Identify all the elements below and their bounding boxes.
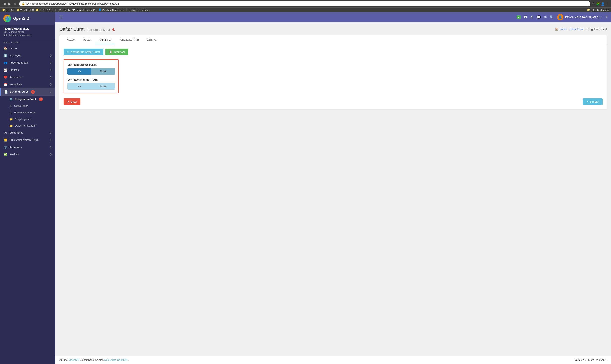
bookmark-clockify[interactable]: ⏱ Clockify — [59, 9, 70, 11]
bookmark-other[interactable]: 📁 Other Bookmarks — [587, 9, 609, 11]
verif-juru-tulis: Verifikasi JURU TULIS Ya Tidak — [67, 63, 115, 75]
submenu-item-label: Cetak Surat — [14, 104, 27, 107]
verif-juru-tulis-toggle: Ya Tidak — [67, 68, 115, 75]
sidebar-item-kehadiran[interactable]: 📅 Kehadiran ❯ — [0, 81, 55, 88]
search-icon[interactable]: 🔍 — [549, 15, 554, 19]
cancel-button[interactable]: ✕ Batal — [64, 98, 80, 105]
extensions-icon[interactable]: 🧩 — [596, 2, 600, 5]
speech-icon[interactable]: 💬 — [536, 15, 541, 19]
sidebar-brand: 🌀 OpenSID — [0, 12, 55, 25]
org-line1: Kec. Gunung Agung — [3, 30, 52, 34]
profile-icon[interactable]: 👤 — [601, 2, 605, 5]
badge-1: 1 — [31, 90, 35, 94]
verif-kepalo-tiyuh-ya[interactable]: Ya — [67, 83, 91, 90]
sidebar-item-analisis[interactable]: ✅ Analisis ❯ — [0, 151, 55, 158]
bookmark-test-plan[interactable]: 📁 TEST PLAN — [36, 9, 52, 11]
clock-icon: ⏱ — [59, 9, 61, 11]
verif-juru-tulis-tidak[interactable]: Tidak — [91, 68, 115, 75]
folder-icon: 📁 — [9, 118, 13, 121]
verif-juru-tulis-label: Verifikasi JURU TULIS — [67, 63, 115, 66]
sidebar-item-home[interactable]: 🏠 Home — [0, 45, 55, 52]
action-row: ↩ Kembali ke Daftar Surat 📋 Informasi — [64, 49, 602, 55]
info-circle-icon: 📋 — [109, 50, 112, 53]
bookmark-panduan[interactable]: 📘 Panduan OpenDesa — [98, 9, 123, 11]
nav-refresh-button[interactable]: ↻ — [13, 2, 17, 6]
verif-kepalo-tiyuh-tidak[interactable]: Tidak — [91, 83, 115, 90]
submenu-item-permohonan-surat[interactable]: 🖨 Permohonan Surat — [0, 109, 55, 116]
topbar-icons: ■ 🏛 🖨 💬 ✉ 🔍 — [517, 15, 554, 19]
chevron-right-icon: ❯ — [50, 83, 52, 86]
sidebar-item-kesehatan[interactable]: ❤️ Kesehatan ❯ — [0, 74, 55, 81]
topbar: ☰ ■ 🏛 🖨 💬 ✉ 🔍 👤 ERWIN ARIS BACHTIAR,S.H.… — [55, 12, 611, 22]
nav-back-button[interactable]: ◀ — [2, 2, 7, 6]
verif-kepalo-tiyuh-label: Verifikasi Kepalo Tiyuh — [67, 78, 115, 81]
submenu-item-arsip-layanan[interactable]: 📁 Arsip Layanan — [0, 116, 55, 123]
tab-footer[interactable]: Footer — [79, 35, 95, 44]
chevron-right-icon: ❯ — [50, 146, 52, 148]
sidebar-item-label: Layanan Surat — [10, 90, 28, 93]
book-icon: 📘 — [98, 9, 101, 11]
document-icon: 📄 — [4, 90, 8, 93]
sidebar-item-kependudukan[interactable]: 👥 Kependudukan ❯ — [0, 59, 55, 66]
bookmark-github[interactable]: 📁 GITHUB — [2, 9, 15, 11]
building-icon[interactable]: 🏛 — [524, 15, 527, 19]
breadcrumb-sep1: › — [568, 28, 568, 31]
address-bar[interactable]: 🔒 localhost:8888/opendesa/OpenSIDPREMIUM… — [19, 1, 590, 6]
heart-icon: ❤️ — [3, 76, 7, 79]
verif-kepalo-tiyuh: Verifikasi Kepalo Tiyuh Ya Tidak — [67, 78, 115, 90]
breadcrumb-daftar-link[interactable]: Daftar Surat — [570, 28, 584, 31]
sidebar-item-keuangan[interactable]: ⚖️ Keuangan ❯ — [0, 143, 55, 151]
tab-header[interactable]: Header — [63, 35, 79, 44]
bookmark-daftar-server[interactable]: ➕ Daftar Server Hos... — [125, 9, 150, 11]
org-name: Tiyuh Bangun Jaya — [3, 27, 52, 30]
info-button[interactable]: 📋 Informasi — [105, 49, 128, 55]
sidebar-item-layanan-surat[interactable]: 📄 Layanan Surat 1 ❯ — [0, 88, 55, 96]
check-icon: ✅ — [3, 153, 7, 156]
browser-nav-buttons: ◀ ▶ ↻ — [2, 2, 17, 6]
bookmark-versi-rilis[interactable]: 📁 VERSI RILIS — [17, 9, 34, 11]
home-icon-small: 🏠 — [555, 28, 558, 31]
sidebar-item-label: Kependudukan — [9, 61, 28, 64]
nav-forward-button[interactable]: ▶ — [7, 2, 12, 6]
submenu-item-label: Arsip Layanan — [15, 118, 31, 121]
page-title: Daftar Surat — [59, 26, 85, 32]
sidebar-item-label: Analisis — [9, 153, 19, 156]
sidebar-item-label: Buku Administrasi Tiyuh — [9, 138, 39, 142]
tab-alur-surat[interactable]: Alur Surat — [95, 35, 115, 44]
tab-pengaturan-tte[interactable]: Pengaturan TTE — [115, 35, 143, 44]
help-icon[interactable]: ? — [606, 15, 608, 19]
chevron-down-icon: ❯ — [50, 90, 52, 93]
hamburger-menu-icon[interactable]: ☰ — [59, 14, 64, 20]
sidebar-item-statistik[interactable]: 📈 Statistik ❯ — [0, 66, 55, 74]
footer-opensid-link[interactable]: OpenSID — [69, 359, 79, 362]
folder-icon: 📁 — [17, 9, 20, 11]
plus-icon: ➕ — [125, 9, 128, 11]
mail-icon[interactable]: ✉ — [544, 15, 546, 19]
folder-icon: 📁 — [36, 9, 39, 11]
main-card: Header Footer Alur Surat Pengaturan TTE … — [59, 35, 607, 109]
bookmarks-bar: 📁 GITHUB 📁 VERSI RILIS 📁 TEST PLAN | ⏱ C… — [0, 7, 611, 12]
verif-juru-tulis-ya[interactable]: Ya — [67, 68, 91, 75]
sidebar-item-buku-admin[interactable]: 📒 Buku Administrasi Tiyuh ❯ — [0, 136, 55, 143]
submenu-item-daftar-persyaratan[interactable]: 📁 Daftar Persyaratan — [0, 123, 55, 129]
org-info: Tiyuh Bangun Jaya Kec. Gunung Agung Kab.… — [0, 25, 55, 39]
tab-lainnya[interactable]: Lainnya — [143, 35, 160, 44]
sidebar-item-sekretariat[interactable]: 🗂 Sekretariat ❯ — [0, 129, 55, 136]
sidebar-item-label: Home — [9, 47, 17, 50]
gear-icon: ⚙️ — [9, 98, 13, 101]
people-icon: 👥 — [3, 61, 7, 65]
breadcrumb-current: Pengaturan Surat — [587, 28, 607, 31]
breadcrumb-home-link[interactable]: Home — [559, 28, 566, 31]
sidebar-item-info-tiyuh[interactable]: ℹ️ Info Tiyuh ❯ — [0, 52, 55, 59]
back-button[interactable]: ↩ Kembali ke Daftar Surat — [64, 49, 103, 55]
save-button[interactable]: ✓ Simpan — [583, 98, 602, 105]
submenu-item-pengaturan-surat[interactable]: ⚙️ Pengaturan Surat 2 — [0, 96, 55, 103]
print-icon[interactable]: 🖨 — [530, 15, 533, 19]
menu-dots-icon[interactable]: ⋮ — [606, 2, 609, 5]
bookmark-discord[interactable]: 💬 Discord - Ruang P... — [72, 9, 97, 11]
submenu-item-cetak-surat[interactable]: 🖨 Cetak Surat — [0, 103, 55, 109]
main-content: ☰ ■ 🏛 🖨 💬 ✉ 🔍 👤 ERWIN ARIS BACHTIAR,S.H.… — [55, 12, 611, 364]
chevron-right-icon: ❯ — [50, 139, 52, 141]
footer-community-link[interactable]: Komunitas OpenSID — [104, 359, 127, 362]
star-icon[interactable]: ☆ — [592, 2, 595, 5]
